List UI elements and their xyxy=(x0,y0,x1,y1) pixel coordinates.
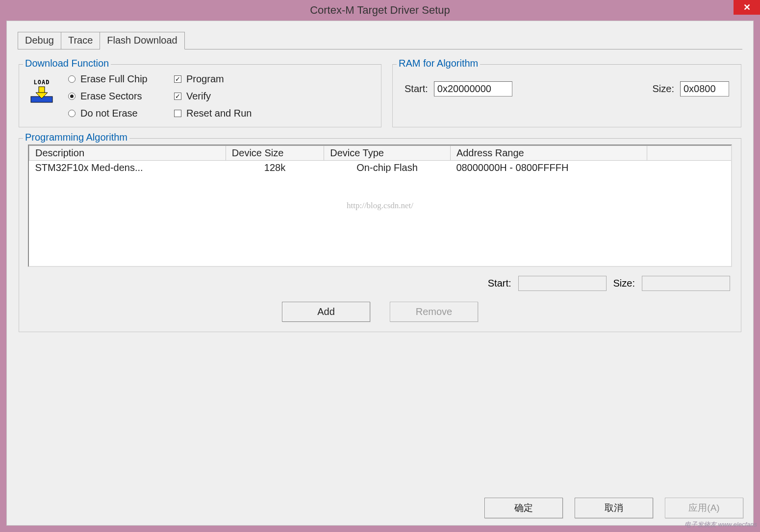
label-algo-start: Start: xyxy=(488,278,511,289)
legend-programming-algorithm: Programming Algorithm xyxy=(23,132,129,143)
legend-download-function: Download Function xyxy=(23,58,111,69)
close-icon: ✕ xyxy=(743,2,751,13)
col-device-type[interactable]: Device Type xyxy=(324,146,451,161)
radio-erase-full-chip[interactable]: Erase Full Chip xyxy=(68,73,161,85)
ok-button[interactable]: 确定 xyxy=(484,498,563,518)
radio-do-not-erase[interactable]: Do not Erase xyxy=(68,108,161,119)
apply-button: 应用(A) xyxy=(665,498,743,518)
col-description[interactable]: Description xyxy=(29,146,226,161)
legend-ram-for-algorithm: RAM for Algorithm xyxy=(397,58,480,69)
remove-button: Remove xyxy=(390,302,478,322)
input-algo-size xyxy=(642,276,730,291)
tab-trace[interactable]: Trace xyxy=(61,32,100,49)
dialog-body: Debug Trace Flash Download Download Func… xyxy=(6,21,754,526)
window-title: Cortex-M Target Driver Setup xyxy=(310,4,450,17)
checkbox-icon xyxy=(174,93,181,100)
cell-description: STM32F10x Med-dens... xyxy=(29,161,226,175)
table-row[interactable]: STM32F10x Med-dens... 128k On-chip Flash… xyxy=(29,161,732,175)
tab-debug[interactable]: Debug xyxy=(18,32,61,49)
close-button[interactable]: ✕ xyxy=(734,0,760,15)
group-ram-for-algorithm: RAM for Algorithm Start: Size: xyxy=(392,64,741,127)
tab-flash-download[interactable]: Flash Download xyxy=(100,32,184,49)
titlebar: Cortex-M Target Driver Setup ✕ xyxy=(0,0,760,21)
radio-icon xyxy=(68,75,76,83)
add-button[interactable]: Add xyxy=(282,302,370,322)
input-algo-start xyxy=(518,276,607,291)
checkbox-reset-and-run[interactable]: Reset and Run xyxy=(174,108,252,119)
watermark-text: http://blog.csdn.net/ xyxy=(347,201,413,211)
checkbox-verify[interactable]: Verify xyxy=(174,91,252,102)
label-ram-start: Start: xyxy=(405,83,428,95)
dialog-footer: 确定 取消 应用(A) xyxy=(484,498,743,518)
radio-icon xyxy=(68,110,76,117)
cell-device-type: On-chip Flash xyxy=(324,161,451,175)
radio-icon xyxy=(68,93,76,100)
col-device-size[interactable]: Device Size xyxy=(226,146,324,161)
tab-bar: Debug Trace Flash Download xyxy=(18,32,742,49)
group-download-function: Download Function LOAD xyxy=(19,64,381,127)
checkbox-icon xyxy=(174,110,181,117)
table-header-row: Description Device Size Device Type Addr… xyxy=(29,146,732,161)
label-algo-size: Size: xyxy=(613,278,635,289)
input-ram-size[interactable] xyxy=(680,81,729,97)
load-icon: LOAD xyxy=(28,77,55,105)
group-programming-algorithm: Programming Algorithm Description Device… xyxy=(19,138,741,332)
checkbox-icon xyxy=(174,75,181,83)
tab-content: Download Function LOAD xyxy=(18,49,742,338)
col-spacer xyxy=(647,146,731,161)
cancel-button[interactable]: 取消 xyxy=(575,498,653,518)
col-address-range[interactable]: Address Range xyxy=(450,146,647,161)
cell-device-size: 128k xyxy=(226,161,324,175)
label-ram-size: Size: xyxy=(653,83,674,95)
input-ram-start[interactable] xyxy=(434,81,512,97)
radio-erase-sectors[interactable]: Erase Sectors xyxy=(68,91,161,102)
checkbox-program[interactable]: Program xyxy=(174,73,252,85)
cell-address-range: 08000000H - 0800FFFFH xyxy=(450,161,647,175)
algorithm-table[interactable]: Description Device Size Device Type Addr… xyxy=(28,145,732,267)
